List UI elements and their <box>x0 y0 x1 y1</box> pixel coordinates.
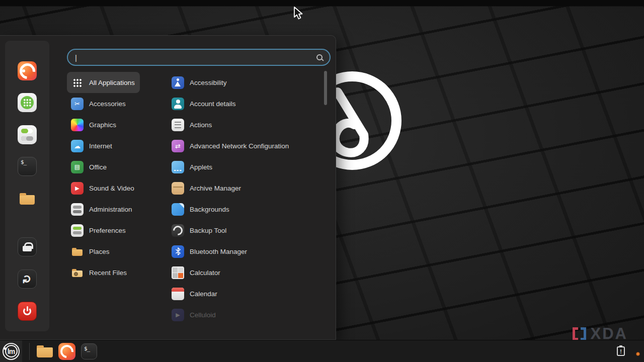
category-all-applications[interactable]: All Applications <box>67 72 140 93</box>
search-input[interactable]: | <box>67 49 331 66</box>
firefox-launcher-icon <box>58 343 75 360</box>
arrows-swap-icon: ⇄ <box>172 140 184 152</box>
mouse-cursor <box>291 6 304 21</box>
applets-icon <box>172 161 184 173</box>
category-office[interactable]: ▤ Office <box>67 156 112 177</box>
notification-badge <box>636 352 640 356</box>
app-calendar[interactable]: Calendar <box>168 283 222 304</box>
app-archive-manager[interactable]: Archive Manager <box>168 177 246 199</box>
application-list: Accessibility Account details Actions ⇄ … <box>168 72 321 325</box>
mint-logo-icon: lm <box>3 343 20 360</box>
menu-button[interactable]: lm <box>0 340 22 362</box>
category-administration[interactable]: Administration <box>67 199 137 220</box>
shutdown-icon[interactable] <box>18 302 37 321</box>
app-actions[interactable]: Actions <box>168 114 217 135</box>
app-list-scrollbar[interactable] <box>324 71 327 105</box>
power-symbol-icon <box>22 306 32 316</box>
files-launcher-icon <box>36 344 53 358</box>
toggles-green-icon <box>71 224 84 237</box>
files-icon[interactable] <box>18 189 37 208</box>
category-sound-video[interactable]: ▶ Sound & Video <box>67 177 139 199</box>
clock-icon <box>74 272 78 276</box>
category-graphics[interactable]: Graphics <box>67 114 121 135</box>
software-manager-icon[interactable] <box>18 93 37 112</box>
sync-ring-icon <box>172 224 184 237</box>
user-bust-icon <box>172 98 184 110</box>
archive-box-icon <box>172 182 184 195</box>
category-accessories[interactable]: ✂ Accessories <box>67 93 131 114</box>
accessibility-person-icon <box>172 76 184 89</box>
category-preferences[interactable]: Preferences <box>67 220 131 241</box>
updates-clipboard-icon[interactable]: ! <box>617 346 625 356</box>
calendar-icon <box>172 288 184 300</box>
logout-glyph: ↻ <box>21 275 34 284</box>
cloud-icon: ☁ <box>71 140 84 152</box>
folder-icon <box>71 245 84 258</box>
taskbar-separator <box>29 343 30 360</box>
lock-screen-icon[interactable] <box>18 237 37 256</box>
calculator-icon <box>172 266 184 279</box>
category-internet[interactable]: ☁ Internet <box>67 135 117 156</box>
app-accessibility[interactable]: Accessibility <box>168 72 232 93</box>
category-list: All Applications ✂ Accessories Graphics … <box>67 72 166 283</box>
app-applets[interactable]: Applets <box>168 156 217 177</box>
favorites-sidebar: $_ ↻ <box>5 41 49 331</box>
xda-right-bracket <box>581 327 586 340</box>
search-icon <box>316 54 323 60</box>
app-celluloid[interactable]: ▶ Celluloid <box>168 304 221 325</box>
taskbar: lm $_ ! <box>0 340 644 362</box>
toggles-gray-icon <box>71 203 84 216</box>
system-tray: ! <box>617 346 644 356</box>
app-advanced-network-configuration[interactable]: ⇄ Advanced Network Configuration <box>168 135 294 156</box>
files-launcher[interactable] <box>34 340 56 362</box>
all-applications-grid-icon <box>71 76 84 89</box>
bluetooth-icon <box>172 245 184 258</box>
rainbow-icon <box>71 119 84 131</box>
terminal-glyph: $_ <box>18 157 26 165</box>
folded-page-icon <box>172 203 184 216</box>
document-icon: ▤ <box>71 161 84 173</box>
logout-icon[interactable]: ↻ <box>18 269 37 289</box>
terminal-launcher-icon: $_ <box>81 343 97 359</box>
system-settings-icon[interactable] <box>18 125 37 144</box>
app-account-details[interactable]: Account details <box>168 93 241 114</box>
terminal-launcher[interactable]: $_ <box>78 340 100 362</box>
text-caret: | <box>75 53 77 62</box>
app-backgrounds[interactable]: Backgrounds <box>168 199 234 220</box>
scissors-icon: ✂ <box>71 98 84 110</box>
firefox-icon[interactable] <box>18 61 37 80</box>
app-calculator[interactable]: Calculator <box>168 262 225 283</box>
padlock-icon <box>22 242 32 251</box>
media-play-icon: ▶ <box>172 309 184 321</box>
mint-menu-panel: $_ ↻ | All Applications ✂ Accessories Gr… <box>0 35 336 340</box>
app-bluetooth-manager[interactable]: Bluetooth Manager <box>168 241 252 262</box>
firewall-shield-icon[interactable] <box>630 346 639 356</box>
play-icon: ▶ <box>71 182 84 195</box>
terminal-icon[interactable]: $_ <box>18 157 37 176</box>
list-icon <box>172 119 184 131</box>
xda-left-bracket <box>573 327 578 340</box>
firefox-launcher[interactable] <box>56 340 78 362</box>
category-recent-files[interactable]: Recent Files <box>67 262 132 283</box>
recent-folder-icon <box>71 266 84 279</box>
app-backup-tool[interactable]: Backup Tool <box>168 220 231 241</box>
category-places[interactable]: Places <box>67 241 115 262</box>
